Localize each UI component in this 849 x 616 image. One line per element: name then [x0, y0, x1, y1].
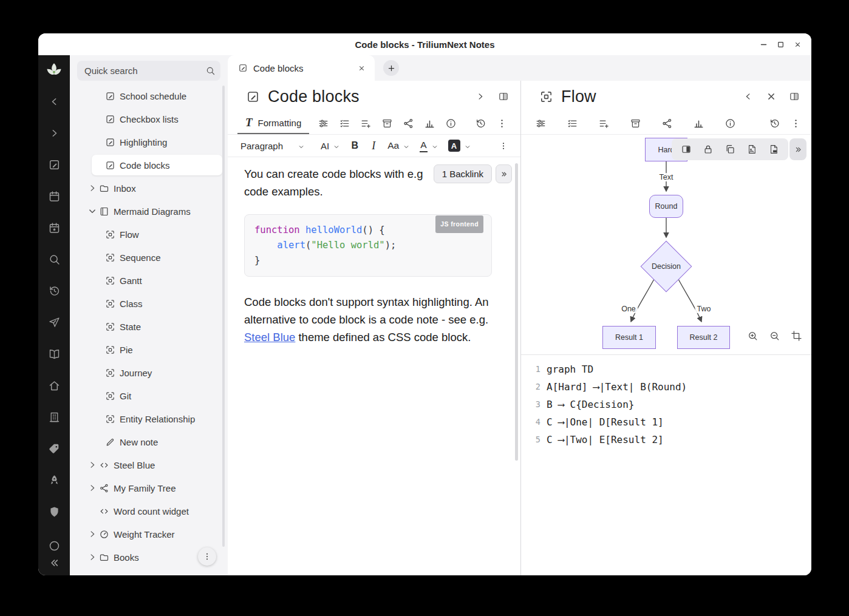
tree-more-button[interactable]: [198, 547, 216, 566]
tree-item-inbox[interactable]: Inbox: [70, 177, 228, 200]
archive-button[interactable]: [377, 114, 398, 132]
tree-item-mermaid-diagrams[interactable]: Mermaid Diagrams: [70, 200, 228, 223]
tree-item-new-note[interactable]: New note: [70, 430, 228, 453]
tree-item-pie[interactable]: Pie: [70, 338, 228, 361]
tree-item-checkbox-lists[interactable]: Checkbox lists: [70, 107, 228, 130]
tree-item-word-count-widget[interactable]: Word count widget: [70, 499, 228, 523]
tree-item-code-blocks[interactable]: Code blocks: [70, 154, 228, 177]
italic-button[interactable]: I: [365, 137, 382, 155]
tree-expand-right-icon[interactable]: [86, 529, 99, 540]
minimize-button[interactable]: [760, 41, 768, 49]
tree-item-school-schedule[interactable]: School schedule: [70, 84, 228, 107]
tree-item-my-family-tree[interactable]: My Family Tree: [70, 476, 228, 499]
copy-image-button[interactable]: [720, 140, 740, 158]
backlink-expand-button[interactable]: [496, 164, 512, 183]
panel-toggle-button[interactable]: [677, 140, 696, 158]
background-color-dropdown[interactable]: A: [444, 137, 476, 155]
share-button[interactable]: [651, 114, 683, 132]
info-button[interactable]: [714, 114, 746, 132]
launcher-calendar-button[interactable]: [43, 185, 65, 207]
kebab-button[interactable]: [491, 114, 513, 132]
tree-expand-right-icon[interactable]: [86, 459, 99, 470]
expand-pane-button[interactable]: [471, 87, 489, 106]
close-window-button[interactable]: [794, 41, 802, 49]
tree-scrollbar[interactable]: [222, 86, 225, 547]
tree-item-statistics[interactable]: Statistics: [70, 569, 228, 575]
kebab-button[interactable]: [785, 114, 806, 132]
tree-item-highlighting[interactable]: Highlighting: [70, 130, 228, 154]
bar-chart-button[interactable]: [683, 114, 714, 132]
tree-expand-right-icon[interactable]: [86, 183, 99, 194]
reset-zoom-button[interactable]: [789, 329, 803, 342]
export-png-button[interactable]: [742, 140, 762, 158]
zoom-in-button[interactable]: [746, 329, 759, 342]
tab-close-button[interactable]: [354, 61, 369, 75]
tree-item-weight-tracker[interactable]: Weight Tracker: [70, 523, 228, 546]
note-editor[interactable]: 1 Backlink You can create code blocks wi…: [228, 157, 520, 575]
sliders-button[interactable]: [313, 114, 334, 132]
ribbon-tab-formatting[interactable]: T Formatting: [237, 112, 309, 134]
tree-item-sequence[interactable]: Sequence: [70, 246, 228, 269]
launcher-home-button[interactable]: [43, 374, 65, 396]
tab-code-blocks[interactable]: Code blocks: [228, 55, 375, 81]
launcher-send-button[interactable]: [43, 311, 65, 333]
mermaid-source-editor[interactable]: 1graph TD2A[Hard] ⟶|Text| B(Round)3B ⟶ C…: [521, 355, 811, 575]
zoom-out-button[interactable]: [768, 329, 781, 342]
lock-button[interactable]: [698, 140, 718, 158]
tree-item-gantt[interactable]: Gantt: [70, 269, 228, 292]
launcher-search-button[interactable]: [43, 248, 65, 270]
bold-button[interactable]: B: [346, 137, 364, 155]
tree-expand-right-icon[interactable]: [86, 575, 99, 575]
list-check-button[interactable]: [334, 114, 355, 132]
tree-item-entity-relationship[interactable]: Entity Relationship: [70, 407, 228, 430]
new-tab-button[interactable]: [383, 60, 399, 76]
ai-dropdown[interactable]: AI: [316, 137, 344, 155]
launcher-tag-button[interactable]: [43, 438, 65, 459]
launcher-chevron-right-button[interactable]: [43, 122, 65, 144]
list-check-button[interactable]: [556, 114, 588, 132]
close-pane-button[interactable]: [762, 87, 780, 106]
history-button[interactable]: [470, 114, 491, 132]
launcher-building-button[interactable]: [43, 406, 65, 428]
archive-button[interactable]: [619, 114, 651, 132]
launcher-circle-button[interactable]: [43, 538, 65, 553]
list-plus-button[interactable]: [588, 114, 619, 132]
info-button[interactable]: [440, 114, 462, 132]
toolbar-expand-button[interactable]: [789, 138, 806, 160]
maximize-button[interactable]: [777, 41, 785, 49]
note-title[interactable]: Code blocks: [268, 87, 360, 106]
share-button[interactable]: [398, 114, 419, 132]
tree-item-steel-blue[interactable]: Steel Blue: [70, 453, 228, 476]
launcher-rocket-button[interactable]: [43, 469, 65, 491]
tree-expand-right-icon[interactable]: [86, 482, 99, 493]
quick-search[interactable]: [77, 61, 220, 81]
launcher-history-button[interactable]: [43, 280, 65, 302]
backlink-count-button[interactable]: 1 Backlink: [434, 164, 492, 183]
export-svg-button[interactable]: [764, 140, 783, 158]
tree-expand-down-icon[interactable]: [86, 206, 99, 217]
collapse-pane-button[interactable]: [739, 87, 757, 106]
tree-item-state[interactable]: State: [70, 315, 228, 338]
split-view-button[interactable]: [785, 87, 803, 106]
toolbar-more-button[interactable]: [494, 137, 513, 155]
launcher-calendar-event-button[interactable]: [43, 217, 65, 239]
tree-item-flow[interactable]: Flow: [70, 223, 228, 246]
note-title[interactable]: Flow: [561, 87, 596, 106]
font-color-dropdown[interactable]: A: [415, 137, 442, 155]
tree-expand-right-icon[interactable]: [86, 552, 99, 563]
quick-search-input[interactable]: [84, 66, 205, 76]
list-plus-button[interactable]: [355, 114, 377, 132]
font-size-dropdown[interactable]: Aa: [383, 137, 414, 155]
tree-item-journey[interactable]: Journey: [70, 361, 228, 384]
launcher-book-open-button[interactable]: [43, 343, 65, 365]
steel-blue-link[interactable]: Steel Blue: [244, 331, 295, 344]
tree-item-class[interactable]: Class: [70, 292, 228, 315]
launcher-chevron-left-button[interactable]: [43, 90, 65, 112]
paragraph-style-dropdown[interactable]: Paragraph: [236, 137, 309, 155]
launcher-shield-button[interactable]: [43, 501, 65, 523]
source-line[interactable]: 3B ⟶ C{Decision}: [530, 396, 811, 413]
launcher-note-button[interactable]: [43, 154, 65, 175]
source-line[interactable]: 1graph TD: [530, 360, 811, 378]
source-line[interactable]: 5C ⟶|Two| E[Result 2]: [530, 431, 811, 448]
bar-chart-button[interactable]: [419, 114, 440, 132]
